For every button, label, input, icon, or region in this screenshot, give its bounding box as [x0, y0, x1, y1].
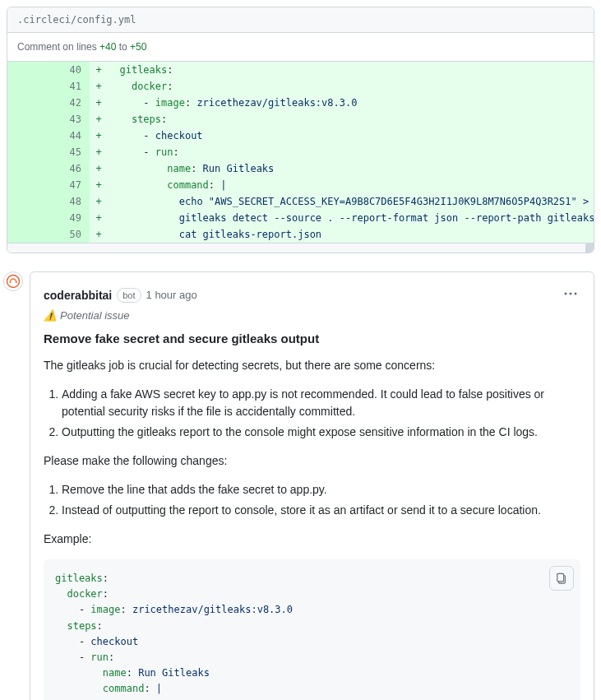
list-item: Outputting the gitleaks report to the co…	[62, 424, 580, 441]
horizontal-scrollbar[interactable]	[7, 243, 594, 253]
diff-table: 40+ gitleaks:41+ docker:42+ - image: zri…	[7, 62, 594, 243]
snippet-line: docker:	[55, 586, 569, 602]
svg-point-2	[570, 293, 572, 295]
diff-line[interactable]: 43+ steps:	[7, 111, 594, 127]
svg-point-0	[7, 276, 20, 288]
diff-line[interactable]: 42+ - image: zricethezav/gitleaks:v8.3.0	[7, 95, 594, 111]
comment-time[interactable]: 1 hour ago	[146, 289, 197, 301]
comment-actions-menu[interactable]	[561, 284, 580, 306]
snippet-line: - checkout	[55, 634, 569, 650]
svg-rect-5	[557, 573, 564, 582]
review-comment: coderabbitai bot 1 hour ago ⚠️ Potential…	[30, 271, 594, 700]
copy-button[interactable]	[549, 566, 574, 591]
issue-label: Potential issue	[60, 309, 130, 322]
snippet-line: steps:	[55, 619, 569, 634]
issue-tag: ⚠️ Potential issue	[44, 309, 580, 322]
diff-line[interactable]: 47+ command: |	[7, 177, 594, 193]
kebab-icon	[564, 287, 577, 300]
diff-line[interactable]: 46+ name: Run Gitleaks	[7, 160, 594, 177]
list-item: Remove the line that adds the fake secre…	[62, 481, 580, 498]
range-mid: to	[116, 41, 130, 53]
snippet-line: gitleaks:	[55, 571, 569, 586]
diff-frame: .circleci/config.yml Comment on lines +4…	[7, 7, 594, 253]
comment-author[interactable]: coderabbitai	[44, 289, 112, 302]
snippet-line: name: Run Gitleaks	[55, 665, 569, 681]
diff-line[interactable]: 45+ - run:	[7, 144, 594, 160]
diff-line[interactable]: 40+ gitleaks:	[7, 62, 594, 78]
example-label: Example:	[44, 531, 580, 548]
diff-line[interactable]: 44+ - checkout	[7, 127, 594, 144]
comment-title: Remove fake secret and secure gitleaks o…	[44, 331, 580, 345]
list-item: Adding a fake AWS secret key to app.py i…	[62, 386, 580, 420]
snippet-line: - image: zricethezav/gitleaks:v8.3.0	[55, 602, 569, 618]
snippet-line: gitleaks detect --source . --report-form…	[55, 698, 569, 701]
svg-point-1	[565, 293, 567, 295]
diff-line[interactable]: 50+ cat gitleaks-report.json	[7, 226, 594, 243]
changes-list: Remove the line that adds the fake secre…	[62, 481, 580, 519]
list-item: Instead of outputting the report to cons…	[62, 502, 580, 519]
comment-body: Remove fake secret and secure gitleaks o…	[44, 331, 580, 700]
comment-header: coderabbitai bot 1 hour ago	[44, 284, 580, 306]
warning-icon: ⚠️	[44, 309, 57, 322]
comment-intro: The gitleaks job is crucial for detectin…	[44, 357, 580, 374]
svg-point-3	[575, 293, 577, 295]
diff-scroll[interactable]: 40+ gitleaks:41+ docker:42+ - image: zri…	[7, 62, 594, 243]
file-path[interactable]: .circleci/config.yml	[7, 7, 594, 33]
comment-line-range: Comment on lines +40 to +50	[7, 33, 594, 62]
diff-line[interactable]: 48+ echo "AWS_SECRET_ACCESS_KEY=A9B8C7D6…	[7, 193, 594, 210]
range-from: +40	[99, 41, 116, 53]
changes-intro: Please make the following changes:	[44, 452, 580, 470]
snippet-line: - run:	[55, 650, 569, 665]
bot-badge: bot	[117, 288, 141, 303]
diff-line[interactable]: 41+ docker:	[7, 78, 594, 95]
snippet-line: command: |	[55, 681, 569, 697]
concerns-list: Adding a fake AWS secret key to app.py i…	[62, 386, 580, 441]
coderabbit-logo-icon	[6, 274, 21, 289]
avatar[interactable]	[3, 271, 23, 291]
diff-line[interactable]: 49+ gitleaks detect --source . --report-…	[7, 210, 594, 226]
range-prefix: Comment on lines	[17, 41, 99, 53]
copy-icon	[556, 573, 567, 584]
range-to: +50	[130, 41, 146, 53]
code-snippet: gitleaks: docker: - image: zricethezav/g…	[44, 559, 580, 700]
